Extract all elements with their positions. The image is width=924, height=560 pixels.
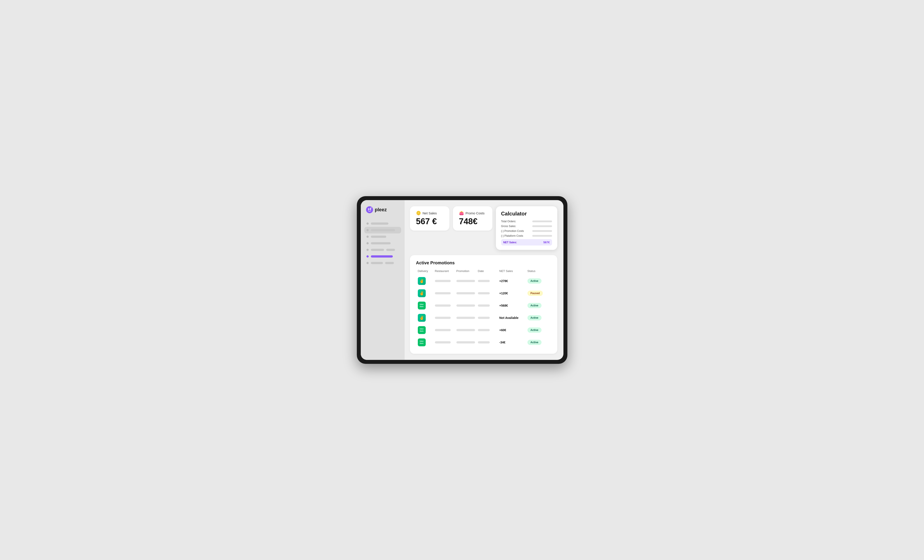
nav-dot-2 <box>366 229 369 231</box>
promo-costs-label-row: 👛 Promo Costs <box>459 211 486 216</box>
promotion-cell-1 <box>456 280 476 282</box>
promotion-bar-6 <box>456 341 475 343</box>
status-badge-5: Active <box>528 328 542 333</box>
delivery-cell-3: UberEats <box>418 302 433 310</box>
calc-platform-costs-label: (-) Plataform Costs <box>501 234 523 237</box>
nav-bar-4 <box>371 242 391 244</box>
date-bar-4 <box>478 317 490 319</box>
sidebar-item-2[interactable] <box>364 227 401 234</box>
sidebar-nav <box>364 220 401 354</box>
net-sales-cell-4: Not Available <box>500 316 526 320</box>
restaurant-cell-6 <box>435 341 454 343</box>
nav-bar-1 <box>371 223 388 225</box>
nav-bar-5a <box>371 249 384 251</box>
promotion-cell-3 <box>456 304 476 307</box>
restaurant-bar-6 <box>435 341 451 343</box>
calc-row-platform-costs: (-) Plataform Costs <box>501 234 552 237</box>
promo-costs-icon: 👛 <box>459 211 464 216</box>
calc-row-gross-sales: Gross Sales: <box>501 225 552 228</box>
date-cell-2 <box>478 292 498 294</box>
status-cell-5: Active <box>528 328 549 333</box>
status-cell-4: Active <box>528 315 549 320</box>
promotion-bar-3 <box>456 304 475 307</box>
status-cell-3: Active <box>528 303 549 308</box>
calc-promo-costs-label: (-) Promotion Costs <box>501 229 524 232</box>
nav-dot-6 <box>366 255 369 258</box>
net-sales-cell-6: -34€ <box>500 341 526 344</box>
ubereats-icon-3: UberEats <box>418 302 426 310</box>
nav-bar-7a <box>371 262 383 264</box>
promo-costs-value: 748€ <box>459 217 486 226</box>
restaurant-cell-4 <box>435 317 454 319</box>
restaurant-bar-1 <box>435 280 451 282</box>
svg-point-1 <box>368 208 369 210</box>
net-sales-cell-3: +568€ <box>500 304 526 307</box>
svg-point-0 <box>366 206 373 213</box>
status-cell-2: Paused <box>528 290 549 296</box>
date-bar-2 <box>478 292 490 294</box>
table-row-4: ✌️ Not Available Active <box>416 311 551 324</box>
table-header: Delivery Restaurant Promotion Date NET S… <box>416 270 551 275</box>
restaurant-cell-3 <box>435 304 454 307</box>
col-promotion: Promotion <box>456 270 476 273</box>
svg-point-2 <box>370 208 371 210</box>
nav-bar-7b <box>385 262 394 264</box>
sidebar: pleez <box>361 200 405 360</box>
net-sales-icon: 🪙 <box>416 211 421 216</box>
sidebar-item-7[interactable] <box>364 260 401 266</box>
calc-row-promo-costs: (-) Promotion Costs <box>501 229 552 232</box>
restaurant-bar-2 <box>435 292 451 294</box>
promotion-bar-5 <box>456 329 475 331</box>
ubereats-icon-6: UberEats <box>418 338 426 346</box>
calc-platform-costs-bar <box>532 235 552 237</box>
sidebar-item-6[interactable] <box>364 253 401 260</box>
nav-dot-7 <box>366 262 369 264</box>
status-cell-6: Active <box>528 340 549 345</box>
col-restaurant: Restaurant <box>435 270 454 273</box>
promotions-card: Active Promotions Delivery Restaurant Pr… <box>410 255 557 354</box>
promo-costs-label: Promo Costs <box>466 211 485 215</box>
net-sales-cell-5: +60€ <box>500 328 526 332</box>
net-sales-label-row: 🪙 Net Sales <box>416 211 443 216</box>
glovo-icon-4: ✌️ <box>418 314 426 322</box>
promotion-bar-4 <box>456 317 475 319</box>
calc-net-value: 567€ <box>543 241 550 244</box>
nav-dot-1 <box>366 223 369 225</box>
calc-total-orders-bar <box>532 220 552 222</box>
promotion-bar-1 <box>456 280 475 282</box>
restaurant-bar-4 <box>435 317 451 319</box>
net-sales-cell-2: +120€ <box>500 292 526 295</box>
status-cell-1: Active <box>528 279 549 284</box>
calculator-title: Calculator <box>501 211 552 217</box>
sidebar-item-1[interactable] <box>364 220 401 227</box>
nav-dot-5 <box>366 249 369 251</box>
glovo-icon-1: ✌️ <box>418 277 426 285</box>
logo-icon <box>366 206 373 213</box>
sidebar-item-3[interactable] <box>364 234 401 240</box>
logo-text: pleez <box>375 207 387 213</box>
table-row-2: ✌️ +120€ Paused <box>416 287 551 299</box>
calc-total-orders-label: Total Orders: <box>501 220 516 223</box>
promotion-bar-2 <box>456 292 475 294</box>
calc-net-row: NET Sales: 567€ <box>501 239 552 246</box>
date-bar-3 <box>478 304 490 307</box>
net-sales-value: 567 € <box>416 217 443 226</box>
col-status: Status <box>528 270 549 273</box>
net-sales-cell-1: +278€ <box>500 279 526 283</box>
device-screen: pleez <box>361 200 563 360</box>
status-badge-2: Paused <box>528 290 543 296</box>
date-cell-4 <box>478 317 498 319</box>
nav-bar-6 <box>371 255 393 258</box>
calc-gross-sales-bar <box>532 225 552 227</box>
sidebar-item-5[interactable] <box>364 247 401 253</box>
delivery-cell-4: ✌️ <box>418 314 433 322</box>
calc-promo-costs-bar <box>532 230 552 232</box>
calc-net-label: NET Sales: <box>503 241 517 244</box>
table-row-1: ✌️ +278€ Active <box>416 275 551 287</box>
restaurant-cell-2 <box>435 292 454 294</box>
promotion-cell-5 <box>456 329 476 331</box>
delivery-cell-1: ✌️ <box>418 277 433 285</box>
main-content: 🪙 Net Sales 567 € 👛 Promo Costs 748€ Cal… <box>405 200 563 360</box>
status-badge-6: Active <box>528 340 542 345</box>
sidebar-item-4[interactable] <box>364 240 401 247</box>
